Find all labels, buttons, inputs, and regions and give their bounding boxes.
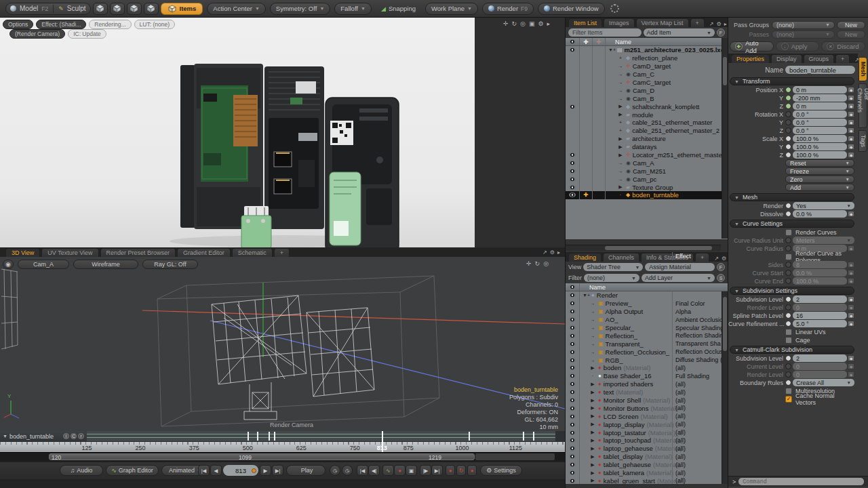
range-segment[interactable] [475, 453, 555, 460]
shader-tree-row[interactable]: →▣Transparent_Transparent Sha ... [566, 340, 728, 348]
item-name-field[interactable]: boden_turntable [785, 66, 855, 74]
visibility-eye-icon[interactable] [569, 365, 576, 370]
channel-key-dot[interactable] [785, 304, 791, 310]
rotate-icon[interactable]: ↻ [511, 20, 517, 27]
remove-key-button[interactable]: ● [467, 465, 477, 476]
apply-button[interactable]: ↓Apply [776, 41, 820, 52]
skip-end-button[interactable]: ▶| [431, 465, 443, 476]
layer-effect[interactable]: (all) [672, 469, 728, 477]
expand-arrow-icon[interactable]: → [589, 358, 596, 363]
3d-viewport[interactable]: Y 3D ViewUV Texture ViewRender Preset Br… [0, 247, 565, 431]
maximize-icon[interactable]: ▣ [529, 20, 535, 27]
tab-item-list--[interactable]: + [690, 18, 705, 27]
mini-slider-button[interactable]: ◆ [848, 152, 854, 158]
channel-key-dot[interactable] [785, 321, 791, 327]
value-field[interactable]: 5.0 ° [793, 320, 847, 327]
visibility-eye-icon[interactable] [569, 350, 576, 354]
model-mode-button[interactable]: Model [20, 5, 38, 12]
channel-key-dot[interactable] [785, 371, 791, 378]
expand-arrow-icon[interactable]: ▶ [617, 112, 624, 117]
item-list-row[interactable]: ▶▰Texture Group [566, 183, 728, 191]
shader-tree-row[interactable]: →▣Reflection_Occlusion_Reflection Occlus… [566, 348, 728, 356]
mini-slider-button[interactable]: ◆ [848, 371, 854, 378]
expand-arrow-icon[interactable]: → [617, 80, 624, 85]
item-list-row[interactable]: ▶▰architecture [566, 135, 728, 143]
value-field[interactable]: Crease All▼ [793, 379, 854, 386]
shader-tree-row[interactable]: →▣RGB_Diffuse Shading ( ... [566, 356, 728, 364]
gear-icon[interactable]: ⚙ [550, 249, 555, 256]
radial-menu-icon[interactable] [610, 4, 619, 13]
record-button[interactable]: ● [394, 465, 406, 476]
layer-effect[interactable]: (all) [672, 436, 728, 445]
action-center-dropdown[interactable]: Action Center▼ [207, 3, 266, 15]
range-thumb[interactable] [49, 453, 475, 460]
channel-key-dot[interactable] [785, 211, 791, 217]
layer-effect[interactable]: Final Color [672, 300, 728, 308]
expand-arrow-icon[interactable]: ▼+ [583, 293, 589, 298]
pan-icon[interactable]: ✛ [526, 260, 532, 267]
shader-s-button[interactable]: S [717, 274, 725, 282]
visibility-eye-icon[interactable] [569, 398, 576, 403]
relationships-button[interactable]: r [78, 433, 84, 439]
previous-key-button[interactable]: |◀ [357, 465, 368, 476]
item-list-row[interactable]: →◉Cam_pc [566, 175, 728, 183]
shader-tree-row[interactable]: ▶●LCD Screen (Material)(all) [566, 412, 728, 420]
lut-button[interactable]: LUT: (none) [134, 20, 175, 29]
render-camera-button[interactable]: (Render Camera) [9, 29, 65, 39]
visibility-eye-icon[interactable] [569, 414, 576, 419]
value-field[interactable]: 2 [793, 296, 847, 303]
checkbox-render-curve-as-polygons[interactable] [785, 253, 792, 260]
layer-effect[interactable]: Reflection Occlusion [672, 348, 728, 356]
shader-filter-dropdown[interactable]: (none)▼ [584, 274, 639, 282]
camera-select-button[interactable]: Cam_A [18, 260, 69, 269]
options-button[interactable]: Options [3, 20, 33, 29]
checkbox-cache-normal-vectors[interactable]: ✓ [785, 396, 792, 403]
expand-arrow-icon[interactable]: ▶ [589, 405, 596, 411]
expand-arrow-icon[interactable]: ▶ [589, 390, 596, 395]
expand-arrow-icon[interactable]: → [589, 342, 596, 346]
value-field[interactable]: 0 m [793, 86, 847, 94]
mode-switch-group[interactable]: Model F2 ✎ Sculpt [5, 3, 91, 15]
layer-effect[interactable]: Reflection Shading [672, 331, 728, 340]
graph-editor-button[interactable]: ∿Graph Editor [106, 465, 159, 476]
raygl-button[interactable]: Ray GL: Off [142, 260, 198, 269]
tab--[interactable]: + [274, 248, 290, 257]
expand-arrow-icon[interactable]: ▶ [589, 422, 596, 427]
value-field[interactable]: 8 [793, 261, 847, 268]
add-layer-dropdown[interactable]: Add Layer▼ [642, 274, 715, 282]
shader-tree-row[interactable]: ▶●laptop_display (Material)(all) [566, 420, 728, 428]
channel-key-dot[interactable] [785, 95, 791, 101]
visibility-eye-icon[interactable] [569, 293, 576, 298]
layer-effect[interactable]: (all) [672, 453, 728, 461]
item-list-row[interactable]: +◆cable_251_ethernet_master [566, 119, 728, 127]
expand-arrow-icon[interactable]: → [617, 169, 624, 174]
visibility-eye-icon[interactable] [569, 104, 576, 109]
camera-mini-icon[interactable]: ◉ [3, 260, 14, 269]
expand-arrow-icon[interactable]: → [617, 64, 624, 68]
item-list-vscrollbar[interactable] [722, 38, 728, 239]
channel-key-dot[interactable] [785, 245, 791, 251]
panel-arrow-icon[interactable]: ▸ [557, 249, 560, 256]
expand-arrow-icon[interactable]: ▶ [589, 382, 596, 387]
shader-tree-row[interactable]: ▶●tablet_gehaeuse (Material)(all) [566, 461, 728, 469]
channel-key-dot[interactable] [785, 262, 791, 268]
layer-effect[interactable]: (all) [672, 388, 728, 396]
value-field[interactable]: 100.0 % [793, 143, 847, 150]
item-list-row[interactable]: →◉Cam_D [566, 86, 728, 94]
tab-properties-properties[interactable]: Properties [731, 54, 770, 63]
expand-arrow-icon[interactable]: · [617, 192, 624, 197]
value-field[interactable]: 100.0 % [793, 151, 847, 159]
expand-arrow-icon[interactable]: + [617, 128, 624, 133]
visibility-eye-icon[interactable] [569, 333, 576, 338]
channel-key-dot[interactable] [785, 203, 791, 209]
expand-arrow-icon[interactable]: ▶ [589, 430, 596, 435]
visibility-eye-icon[interactable] [569, 358, 576, 363]
collapse-arrow-icon[interactable]: ▼ [3, 434, 7, 439]
channel-key-dot[interactable] [785, 111, 791, 117]
add-column-header[interactable]: ✚ [580, 38, 593, 45]
mini-slider-button[interactable]: ◆ [848, 211, 854, 217]
mini-slider-button[interactable]: ◆ [848, 245, 854, 251]
visibility-eye-icon[interactable] [569, 177, 576, 182]
symmetry-dropdown[interactable]: Symmetry: Off▼ [270, 3, 330, 15]
tab-gradient-editor[interactable]: Gradient Editor [177, 248, 231, 257]
